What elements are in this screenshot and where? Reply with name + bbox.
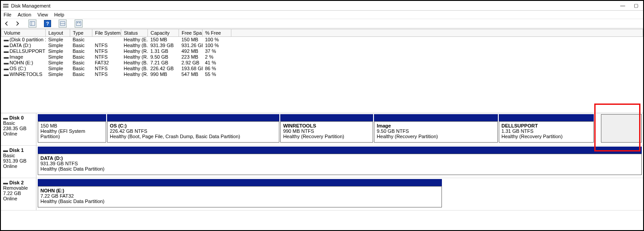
disk-row: ▬Disk 1Basic931.39 GBOnlineDATA (D:)931.…	[1, 146, 643, 178]
partition-body[interactable]: OS (C:)226.42 GB NTFSHealthy (Boot, Page…	[107, 121, 279, 143]
view-bottom-button[interactable]	[75, 20, 83, 28]
menu-action[interactable]: Action	[18, 12, 32, 17]
partition-stripe	[38, 179, 442, 186]
back-button[interactable]	[3, 20, 11, 28]
partition-stripe	[38, 147, 642, 154]
disk-map: ▬Disk 0Basic238.35 GBOnline150 MBHealthy…	[1, 113, 643, 211]
col-volume[interactable]: Volume	[1, 29, 46, 37]
volume-icon: ▬	[4, 37, 8, 42]
svg-rect-2	[30, 22, 35, 26]
partition[interactable]: OS (C:)226.42 GB NTFSHealthy (Boot, Page…	[107, 114, 279, 143]
disk-header[interactable]: ▬Disk 1Basic931.39 GBOnline	[1, 146, 36, 178]
table-row[interactable]: ▬DATA (D:)SimpleBasicNTFSHealthy (B...93…	[1, 43, 643, 48]
menu-view[interactable]: View	[37, 12, 48, 17]
partition-stripe	[107, 114, 279, 121]
partition[interactable]: 150 MBHealthy (EFI System Partition)	[38, 114, 106, 143]
volume-icon: ▬	[4, 54, 8, 60]
col-rest	[231, 29, 643, 37]
table-row[interactable]: ▬DELLSUPPORTSimpleBasicNTFSHealthy (R...…	[1, 48, 643, 54]
volume-icon: ▬	[4, 48, 8, 54]
partition-body[interactable]: NOHN (E:)7.22 GB FAT32Healthy (Basic Dat…	[38, 186, 442, 207]
partition-stripe	[499, 114, 594, 121]
disk-row: ▬Disk 2Removable7.22 GBOnlineNOHN (E:)7.…	[1, 178, 643, 211]
partition[interactable]: Image9.50 GB NTFSHealthy (Recovery Parti…	[374, 114, 498, 143]
partition-body[interactable]: WINRETOOLS990 MB NTFSHealthy (Recovery P…	[280, 121, 373, 143]
col-type[interactable]: Type	[70, 29, 92, 37]
disk-body: 150 MBHealthy (EFI System Partition)OS (…	[36, 113, 643, 145]
minimize-button[interactable]: —	[620, 3, 625, 8]
col-pctfree[interactable]: % Free	[203, 29, 231, 37]
partition-stripe	[374, 114, 498, 121]
partition-stripe	[38, 114, 106, 121]
menu-file[interactable]: File	[4, 12, 12, 17]
col-filesystem[interactable]: File System	[92, 29, 121, 37]
partition[interactable]: WINRETOOLS990 MB NTFSHealthy (Recovery P…	[280, 114, 373, 143]
column-headers[interactable]: Volume Layout Type File System Status Ca…	[1, 29, 643, 37]
disk-icon: ▬	[3, 180, 8, 185]
volume-icon: ▬	[4, 43, 8, 48]
disk-body: DATA (D:)931.39 GB NTFSHealthy (Basic Da…	[36, 146, 643, 178]
disk-header[interactable]: ▬Disk 0Basic238.35 GBOnline	[1, 113, 36, 145]
table-row[interactable]: ▬WINRETOOLSSimpleBasicNTFSHealthy (R...9…	[1, 72, 643, 77]
svg-rect-6	[76, 22, 81, 26]
table-row[interactable]: ▬OS (C:)SimpleBasicNTFSHealthy (B...226.…	[1, 66, 643, 72]
partition[interactable]: DELLSUPPORT1.31 GB NTFSHealthy (Recovery…	[499, 114, 594, 143]
partition-stripe	[280, 114, 373, 121]
col-layout[interactable]: Layout	[46, 29, 70, 37]
svg-rect-8	[79, 22, 80, 23]
toolbar: ?	[1, 19, 643, 28]
volume-list[interactable]: Volume Layout Type File System Status Ca…	[1, 28, 643, 113]
volume-icon: ▬	[4, 72, 8, 77]
app-icon	[3, 3, 9, 9]
table-row[interactable]: ▬(Disk 0 partition 1)SimpleBasicHealthy …	[1, 37, 643, 43]
svg-rect-7	[77, 22, 79, 23]
disk-body: NOHN (E:)7.22 GB FAT32Healthy (Basic Dat…	[36, 178, 643, 210]
partition-body[interactable]: DELLSUPPORT1.31 GB NTFSHealthy (Recovery…	[499, 121, 594, 143]
partition-body[interactable]: DATA (D:)931.39 GB NTFSHealthy (Basic Da…	[38, 154, 642, 175]
table-row[interactable]: ▬NOHN (E:)SimpleBasicFAT32Healthy (B...7…	[1, 60, 643, 66]
unallocated-space[interactable]	[601, 114, 642, 143]
forward-button[interactable]	[13, 20, 21, 28]
help-button[interactable]: ?	[44, 20, 52, 28]
titlebar: Disk Management — ▢	[1, 1, 643, 11]
menu-help[interactable]: Help	[54, 12, 64, 17]
table-row[interactable]: ▬ImageSimpleBasicNTFSHealthy (R...9.50 G…	[1, 54, 643, 60]
menubar: File Action View Help	[1, 11, 643, 19]
partition[interactable]: DATA (D:)931.39 GB NTFSHealthy (Basic Da…	[38, 147, 642, 175]
disk-header[interactable]: ▬Disk 2Removable7.22 GBOnline	[1, 178, 36, 210]
col-capacity[interactable]: Capacity	[148, 29, 179, 37]
svg-rect-0	[3, 4, 8, 5]
partition[interactable]: NOHN (E:)7.22 GB FAT32Healthy (Basic Dat…	[38, 179, 442, 207]
maximize-button[interactable]: ▢	[633, 3, 639, 8]
view-top-button[interactable]	[59, 20, 67, 28]
partition-body[interactable]: 150 MBHealthy (EFI System Partition)	[38, 121, 106, 143]
partition-body[interactable]: Image9.50 GB NTFSHealthy (Recovery Parti…	[374, 121, 498, 143]
disk-row: ▬Disk 0Basic238.35 GBOnline150 MBHealthy…	[1, 113, 643, 146]
disk-icon: ▬	[3, 115, 8, 120]
volume-icon: ▬	[4, 60, 8, 65]
disk-icon: ▬	[3, 147, 8, 153]
svg-rect-1	[3, 6, 8, 8]
show-hide-console-tree-button[interactable]	[28, 20, 36, 28]
col-freespace[interactable]: Free Spa...	[179, 29, 203, 37]
col-status[interactable]: Status	[121, 29, 148, 37]
window-title: Disk Management	[11, 3, 51, 8]
volume-icon: ▬	[4, 66, 8, 71]
